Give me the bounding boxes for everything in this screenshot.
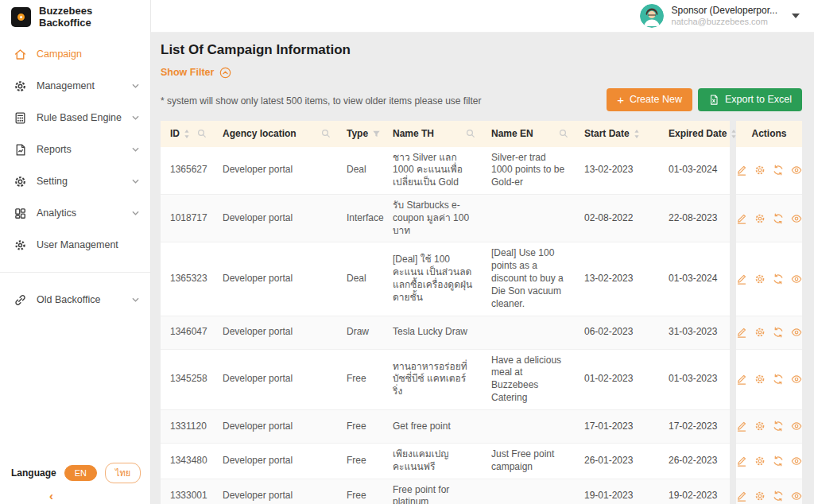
sidebar-item-label: Old Backoffice [37,294,100,305]
cell-id: 1345258 [161,368,213,390]
buzzebees-logo-icon [11,7,31,27]
table-row: 1343480Developer portalFreeเพียงแคมเปญคะ… [161,444,802,479]
show-filter-toggle[interactable]: Show Filter [161,67,231,79]
table-row: 1365627Developer portalDealชาว Silver แล… [161,147,802,195]
refresh-icon[interactable] [773,327,784,338]
sidebar-item-rule-based-engine[interactable]: Rule Based Engine [0,102,150,134]
cell-name_th: เพียงแคมเปญคะแนนฟรี [383,444,482,479]
sidebar-item-user-management[interactable]: User Management [0,229,150,261]
export-to-excel-button[interactable]: Export to Excel [698,88,802,111]
cell-expired: 26-02-2023 [659,450,730,472]
topbar: Sponsor (Developerpor... natcha@buzzebee… [151,0,814,33]
refresh-icon[interactable] [773,490,784,502]
filter-icon[interactable] [372,130,381,138]
gear-icon[interactable] [754,421,766,432]
eye-icon[interactable] [791,490,802,502]
edit-icon[interactable] [736,421,747,432]
rule-engine-icon [14,111,27,125]
column-header-start[interactable]: Start Date [575,121,659,147]
gear-icon[interactable] [754,213,766,224]
language-option-th[interactable]: ไทย [105,463,141,483]
sidebar-item-analytics[interactable]: Analytics [0,197,150,229]
sidebar-menu: Campaign Management Rule Based Engine Re… [0,33,150,316]
eye-icon[interactable] [791,273,802,285]
gear-icon[interactable] [754,327,766,338]
refresh-icon[interactable] [773,456,784,467]
gear-icon[interactable] [754,374,766,385]
column-header-type[interactable]: Type [337,121,383,147]
eye-icon[interactable] [791,421,802,432]
language-option-en[interactable]: EN [64,465,97,481]
chevron-down-icon [132,297,139,302]
refresh-icon[interactable] [773,165,784,176]
language-label: Language [11,467,56,479]
cell-name_th: [Deal] ใช้ 100 คะแนน เป็นส่วนลดแลกซื้อเค… [383,249,482,308]
cell-name_th: Free point for platinum [383,479,482,504]
edit-icon[interactable] [736,273,747,285]
chevron-down-icon [132,115,139,120]
edit-icon[interactable] [736,490,747,502]
gear-icon[interactable] [754,165,766,176]
sort-icon[interactable] [634,129,640,139]
column-header-id[interactable]: ID [161,121,213,147]
eye-icon[interactable] [791,327,802,338]
edit-icon[interactable] [736,327,747,338]
eye-icon[interactable] [791,374,802,385]
sidebar-collapse-icon[interactable]: ‹ [49,489,53,502]
cell-id: 1365627 [161,159,213,181]
search-icon[interactable] [559,129,568,138]
create-new-button[interactable]: + Create New [607,88,692,111]
cell-name_en [482,491,575,501]
sidebar-item-setting[interactable]: Setting [0,165,150,197]
column-header-name_th[interactable]: Name TH [383,121,482,147]
gear-icon[interactable] [754,456,766,467]
table-body: 1365627Developer portalDealชาว Silver แล… [161,147,802,504]
column-header-agency[interactable]: Agency location [213,121,337,147]
row-actions [736,444,802,479]
column-header-name_en[interactable]: Name EN [482,121,575,147]
cell-agency: Developer portal [213,368,337,390]
user-menu[interactable]: Sponsor (Developerpor... natcha@buzzebee… [640,4,800,28]
edit-icon[interactable] [736,456,747,467]
cell-type: Interface [337,207,383,230]
edit-icon[interactable] [736,213,747,224]
refresh-icon[interactable] [773,273,784,285]
eye-icon[interactable] [791,456,802,467]
search-icon[interactable] [197,129,207,138]
sort-icon[interactable] [184,129,190,139]
sidebar-item-reports[interactable]: Reports [0,134,150,165]
cell-name_en: Just Free point campaign [482,444,575,479]
cell-expired: 01-03-2024 [659,268,730,290]
language-switcher: Language EN ไทย [11,463,141,483]
cell-start: 17-01-2023 [575,416,659,438]
column-header-expired[interactable]: Expired Date [659,121,730,147]
edit-icon[interactable] [736,374,747,385]
search-icon[interactable] [466,129,475,138]
sidebar-item-old-backoffice[interactable]: Old Backoffice [0,284,150,316]
sidebar-item-campaign[interactable]: Campaign [0,38,150,70]
note-row: * system will show only latest 500 items… [161,88,802,111]
edit-icon[interactable] [736,165,747,176]
cell-start: 13-02-2023 [575,268,659,290]
cell-agency: Developer portal [213,207,337,230]
search-icon[interactable] [321,129,331,138]
row-actions [736,147,802,195]
chevron-down-icon [132,83,139,88]
eye-icon[interactable] [791,165,802,176]
refresh-icon[interactable] [773,421,784,432]
cell-expired: 01-03-2024 [659,159,730,181]
sidebar-item-label: Setting [37,176,68,187]
sidebar-item-management[interactable]: Management [0,70,150,102]
sidebar-item-label: Management [37,80,95,91]
row-main: 1346047Developer portalDrawTesla Lucky D… [161,316,730,350]
column-label: Expired Date [669,128,727,139]
eye-icon[interactable] [791,213,802,224]
link-icon [14,293,27,307]
gear-icon [14,79,27,93]
gear-icon[interactable] [754,490,766,502]
refresh-icon[interactable] [773,374,784,385]
column-header-actions: Actions [736,121,802,147]
sidebar-item-label: Rule Based Engine [37,112,122,123]
refresh-icon[interactable] [773,213,784,224]
gear-icon[interactable] [754,273,766,285]
